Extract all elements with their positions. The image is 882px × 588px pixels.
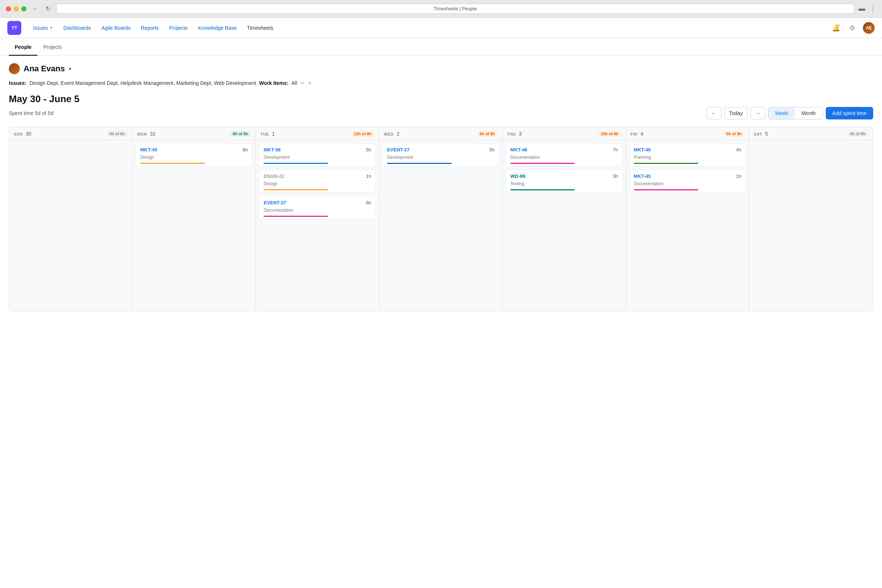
task-id[interactable]: EVENT-27 [264,200,286,206]
task-id[interactable]: WD-99 [510,174,525,179]
day-name: FRI [631,132,638,136]
task-id[interactable]: MKT-56 [264,147,280,153]
day-hours-badge: 12h of 8h [351,131,375,137]
task-category: Design [140,155,248,160]
menu-icon[interactable]: ⋮ [870,5,876,13]
task-id[interactable]: MKT-45 [634,147,651,153]
day-hours-badge: 10h of 8h [597,131,621,137]
week-view-button[interactable]: Week [768,107,795,119]
notifications-button[interactable]: 🔔 [831,22,842,33]
day-column-fri: FRI 4 5h of 8h MKT-45 4h Planning [626,127,750,311]
task-card[interactable]: MKT-56 5h Development [259,143,376,166]
task-time: 5h [489,147,494,153]
back-button[interactable]: ← [31,6,40,12]
clear-filter-icon[interactable]: ✕ [308,80,312,86]
edit-filter-icon[interactable]: ✏ [300,80,304,86]
day-header: MON 31 8h of 8h [133,127,256,140]
close-button[interactable] [6,6,11,11]
day-header: SUN 30 0h of 8h [9,127,132,140]
main-content: People Projects Ana Evans ▾ Issues: Desi… [0,38,882,588]
user-avatar[interactable]: AE [863,22,874,34]
task-bar [510,189,575,190]
task-card[interactable]: MKT-45 1h Documentation [629,170,746,193]
prev-period-button[interactable]: ← [707,107,722,119]
extensions-icon[interactable]: ▬ [858,5,865,13]
day-cards [749,140,873,146]
task-bar [510,163,575,164]
nav-reports[interactable]: Reports [136,22,163,34]
today-button[interactable]: Today [724,107,747,119]
task-card[interactable]: DSGN-22 1h Design [259,170,376,193]
nav-dashboards[interactable]: Dashboards [59,22,96,34]
task-category: Documentation [510,155,618,160]
task-id[interactable]: MKT-45 [634,174,651,179]
notification-dot [837,24,840,27]
task-card[interactable]: MKT-46 7h Documentation [506,143,623,166]
task-time: 1h [366,174,371,179]
tab-people[interactable]: People [9,38,38,56]
task-category: Development [264,155,371,160]
settings-button[interactable]: ⚙ [847,22,858,33]
nav-agile-boards[interactable]: Agile Boards [97,22,135,34]
task-category: Documentation [634,181,742,186]
task-card[interactable]: WD-99 3h Testing [506,170,623,193]
nav-knowledge-base[interactable]: Knowledge Base [194,22,241,34]
task-bar [140,163,205,164]
task-time: 6h [366,200,371,206]
day-column-mon: MON 31 8h of 8h MKT-45 8h Design [133,127,256,311]
day-number: 3 [519,131,522,137]
filter-row: Issues: Design Dept, Event Management De… [9,80,873,86]
user-name: Ana Evans [24,64,65,74]
app-header: YT Issues ▼ Dashboards Agile Boards Repo… [0,18,882,38]
task-category: Planning [634,155,742,160]
task-time: 7h [613,147,618,153]
task-time: 8h [243,147,248,153]
minimize-button[interactable] [14,6,19,11]
task-card[interactable]: MKT-45 8h Design [136,143,253,166]
prev-icon: ← [711,110,717,116]
day-number: 4 [640,131,644,137]
reload-button[interactable]: ↻ [44,5,52,12]
app-logo[interactable]: YT [8,21,21,35]
task-bar [264,216,328,217]
task-card[interactable]: MKT-45 4h Planning [629,143,746,166]
day-column-sun: SUN 30 0h of 8h [9,127,133,311]
issues-chevron-icon: ▼ [49,26,53,30]
calendar-grid: SUN 30 0h of 8h MON 31 8h of 8h [9,127,873,311]
task-time: 1h [736,174,741,179]
day-name: MON [137,132,147,136]
day-cards: MKT-56 5h Development DSGN-22 1h Design [256,140,379,222]
nav-timesheets[interactable]: Timesheets [243,22,278,34]
tab-projects[interactable]: Projects [38,38,68,56]
next-period-button[interactable]: → [750,107,765,119]
next-icon: → [755,110,760,116]
day-hours-badge: 5h of 8h [723,131,744,137]
task-id[interactable]: MKT-46 [510,147,527,153]
main-nav: Issues ▼ Dashboards Agile Boards Reports… [28,22,831,34]
maximize-button[interactable] [21,6,27,11]
nav-projects[interactable]: Projects [165,22,192,34]
day-cards: EVENT-27 5h Development [379,140,502,170]
nav-issues[interactable]: Issues ▼ [28,22,57,34]
add-spent-time-button[interactable]: Add spent time [826,107,873,119]
day-cards: MKT-45 4h Planning MKT-45 1h Documentati… [626,140,749,196]
calendar-controls: ← Today → Week Month Add spent [707,107,873,119]
content-area: Ana Evans ▾ Issues: Design Dept, Event M… [0,56,882,319]
task-id[interactable]: EVENT-27 [387,147,410,153]
browser-chrome: ← ↻ Timesheets | People ▬ ⋮ [0,0,882,18]
logo-text: YT [11,26,17,30]
user-dropdown-chevron[interactable]: ▾ [69,66,71,72]
traffic-lights [6,6,27,11]
url-bar[interactable]: Timesheets | People [56,4,854,14]
task-bar [634,163,699,164]
task-id[interactable]: MKT-45 [140,147,157,153]
issues-filter-value: Design Dept, Event Management Dept, Help… [29,80,256,86]
task-id[interactable]: DSGN-22 [264,174,284,179]
day-header: THU 3 10h of 8h [503,127,626,140]
task-category: Design [264,181,371,186]
task-category: Development [387,155,495,160]
task-card[interactable]: EVENT-27 6h Documentation [259,196,376,219]
task-card[interactable]: EVENT-27 5h Development [382,143,500,166]
month-view-button[interactable]: Month [795,107,822,119]
browser-actions: ▬ ⋮ [858,5,876,13]
